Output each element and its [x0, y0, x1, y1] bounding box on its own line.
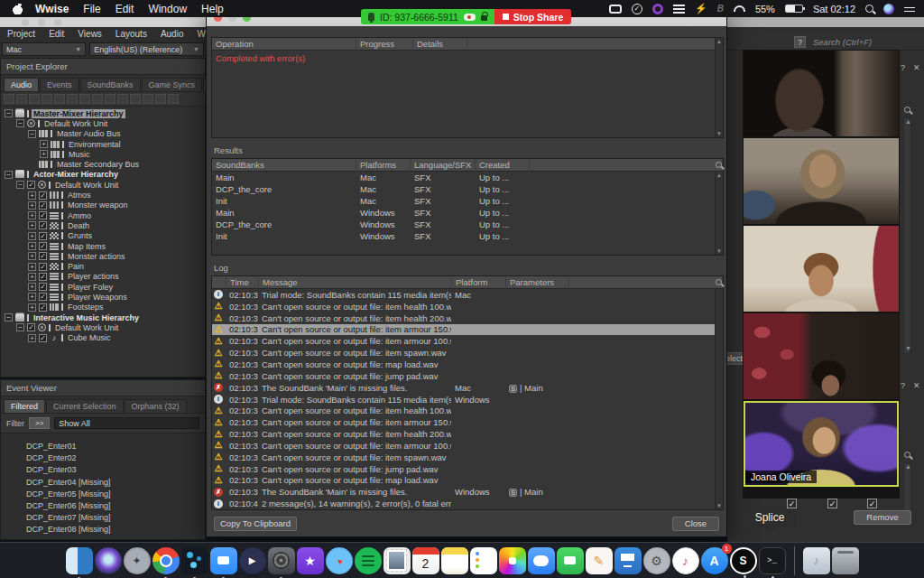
log-row[interactable]: i02:10:402 message(s), 14 warning(s), 2 … [212, 498, 723, 509]
participant-video[interactable] [744, 226, 899, 312]
scrollbar[interactable]: ▲▼ [715, 38, 723, 137]
menu-bar-clock[interactable]: Sat 02:12 [813, 4, 855, 14]
expander-icon[interactable]: − [5, 109, 13, 117]
tab-events[interactable]: Events [40, 78, 79, 91]
column-header[interactable]: Platform [452, 276, 506, 289]
scroll-down-icon[interactable]: ▼ [905, 345, 911, 351]
toolbar-button[interactable] [42, 94, 52, 104]
dock-chrome-icon[interactable] [152, 547, 180, 574]
search-bar[interactable]: ? Search (Ctrl+F) [727, 34, 924, 51]
platform-checkbox[interactable]: ✓ [827, 499, 837, 508]
tree-checkbox[interactable]: ✓ [27, 323, 35, 331]
filter-input[interactable]: Show All [54, 417, 199, 429]
log-row[interactable]: ⚠02:10:39Can't open source or output fil… [212, 475, 723, 487]
bluetooth-icon[interactable]: B [717, 4, 724, 14]
tree-item[interactable]: −Interactive Music Hierarchy [1, 312, 205, 322]
tree-item[interactable]: +✓Player actions [1, 272, 205, 282]
search-icon[interactable] [716, 279, 722, 285]
dock-siri-icon[interactable] [95, 547, 122, 574]
dock-reminders-icon[interactable] [470, 547, 497, 574]
remove-button[interactable]: Remove [854, 510, 911, 525]
dock-app-store-icon[interactable]: 1 [701, 547, 728, 574]
scrollbar[interactable]: ▼ [715, 289, 723, 509]
dock-finder-icon[interactable] [66, 547, 93, 574]
result-row[interactable]: DCP_the_coreWindowsSFXUp to ... [212, 219, 723, 230]
log-row[interactable]: ⚠02:10:36Can't open source or output fil… [212, 359, 723, 370]
tree-checkbox[interactable]: ✓ [39, 242, 47, 250]
wwise-menu-views[interactable]: Views [78, 29, 102, 39]
expander-icon[interactable]: + [28, 273, 36, 281]
log-row[interactable]: ✗02:10:36The SoundBank 'Main' is missing… [212, 382, 723, 394]
expander-icon[interactable]: + [28, 334, 36, 342]
tree-checkbox[interactable]: ✓ [27, 181, 35, 189]
dock-pages-icon[interactable] [586, 547, 613, 574]
copy-to-clipboard-button[interactable]: Copy To Clipboard [214, 517, 297, 531]
tree-item[interactable]: +✓Atmos [1, 190, 205, 200]
column-header[interactable] [467, 38, 723, 51]
dock-player-icon[interactable] [239, 547, 266, 574]
dock-launchpad-icon[interactable] [124, 547, 151, 574]
expander-icon[interactable]: − [28, 130, 36, 138]
event-item[interactable]: DCP_Enter08 [Missing] [26, 524, 205, 536]
event-item[interactable]: DCP_Enter07 [Missing] [26, 512, 205, 524]
toolbar-button[interactable] [143, 94, 153, 104]
column-header[interactable]: Operation [212, 38, 356, 51]
menu-item-file[interactable]: File [83, 3, 100, 15]
tab-filtered[interactable]: Filtered [4, 399, 45, 413]
log-row[interactable]: ⚠02:10:35Can't open source or output fil… [212, 301, 723, 312]
wwise-menu-audio[interactable]: Audio [161, 29, 184, 39]
tree-checkbox[interactable]: ✓ [39, 283, 47, 291]
bolt-menu-icon[interactable]: ⚡ [695, 4, 707, 14]
tree-item[interactable]: +✓Monster weapon [1, 200, 205, 210]
stack-menu-icon[interactable] [673, 5, 685, 14]
toolbar-button[interactable] [105, 94, 116, 104]
expander-icon[interactable]: + [28, 303, 36, 312]
tree-item[interactable]: +✓Pain [1, 261, 205, 271]
stop-share-button[interactable]: Stop Share [494, 9, 571, 24]
toolbar-button[interactable] [16, 94, 27, 104]
wwise-zoom-button[interactable] [54, 19, 61, 26]
log-row[interactable]: ⚠02:10:38Can't open source or output fil… [212, 416, 723, 428]
event-item[interactable]: DCP_Enter05 [Missing] [26, 489, 205, 500]
participant-video[interactable] [744, 138, 899, 224]
log-row[interactable]: ⚠02:10:39Can't open source or output fil… [212, 452, 723, 463]
dock-facetime-icon[interactable] [557, 547, 584, 574]
tree-checkbox[interactable]: ✓ [39, 232, 47, 240]
menu-item-help[interactable]: Help [201, 3, 224, 15]
log-row[interactable]: ⚠02:10:35Can't open source or output fil… [212, 324, 723, 336]
toolbar-button[interactable] [117, 94, 128, 104]
expander-icon[interactable]: + [28, 283, 36, 291]
tab-audio[interactable]: Audio [4, 78, 39, 91]
result-row[interactable]: InitMacSFXUp to ... [212, 195, 723, 207]
event-item[interactable]: DCP_Enter02 [26, 452, 205, 464]
menu-item-window[interactable]: Window [148, 3, 187, 15]
platform-checkbox[interactable]: ✓ [867, 499, 877, 508]
tree-checkbox[interactable]: ✓ [39, 191, 47, 200]
tree-checkbox[interactable]: ✓ [39, 201, 47, 210]
dock-spotify-icon[interactable] [355, 547, 382, 574]
log-row[interactable]: ✗02:10:39The SoundBank 'Main' is missing… [212, 486, 723, 498]
purple-ring-menu-icon[interactable] [652, 4, 663, 14]
tab-current-selection[interactable]: Current Selection [46, 399, 124, 413]
toolbar-button[interactable] [92, 94, 103, 104]
column-header[interactable]: Parameters [506, 276, 569, 289]
tree-item[interactable]: Master Secondary Bus [1, 159, 205, 169]
expander-icon[interactable]: − [5, 313, 13, 322]
column-header[interactable]: Progress [356, 38, 413, 51]
expander-icon[interactable]: + [28, 293, 36, 301]
tree-item[interactable]: +Music [1, 149, 205, 159]
toolbar-button[interactable] [79, 94, 90, 104]
dock-terminal-icon[interactable] [759, 547, 786, 574]
apple-icon[interactable] [13, 4, 23, 14]
column-header[interactable]: SoundBanks [212, 159, 356, 172]
tree-item[interactable]: +✓Map Items [1, 241, 205, 251]
search-icon[interactable] [716, 162, 722, 168]
help-icon[interactable]: ? [901, 381, 905, 390]
spotlight-icon[interactable] [865, 5, 873, 13]
help-icon[interactable]: ? [794, 36, 806, 48]
wwise-menu-edit[interactable]: Edit [49, 29, 64, 39]
tree-item[interactable]: +✓Player Foley [1, 282, 205, 292]
tab-soundbanks[interactable]: SoundBanks [80, 78, 141, 91]
scrollbar[interactable] [903, 117, 911, 354]
column-header[interactable]: Created [476, 159, 530, 172]
